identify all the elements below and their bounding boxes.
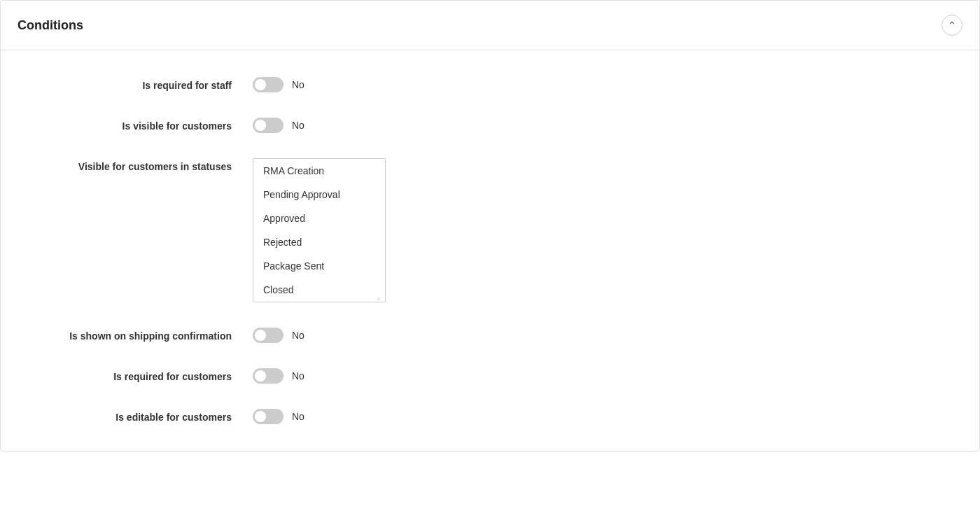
is-editable-for-customers-label: Is editable for customers bbox=[29, 409, 253, 423]
is-required-for-customers-value: No bbox=[292, 370, 304, 382]
is-visible-for-customers-label: Is visible for customers bbox=[29, 118, 253, 132]
is-required-for-staff-value: No bbox=[292, 79, 304, 90]
listbox-resize-handle: ⌟ bbox=[377, 293, 384, 300]
toggle-slider-4 bbox=[253, 368, 284, 384]
is-required-for-customers-row: Is required for customers No bbox=[1, 356, 979, 396]
is-editable-for-customers-control: No bbox=[253, 409, 304, 424]
visible-for-customers-in-statuses-label: Visible for customers in statuses bbox=[29, 158, 253, 172]
status-option-closed[interactable]: Closed bbox=[253, 278, 385, 302]
is-visible-for-customers-control: No bbox=[253, 118, 304, 133]
collapse-button[interactable]: ⌃ bbox=[941, 15, 962, 36]
is-required-for-customers-label: Is required for customers bbox=[29, 368, 253, 382]
is-shown-on-shipping-confirmation-value: No bbox=[292, 330, 304, 341]
status-listbox[interactable]: RMA Creation Pending Approval Approved R… bbox=[253, 159, 385, 302]
is-required-for-staff-control: No bbox=[253, 77, 304, 92]
is-editable-for-customers-row: Is editable for customers No bbox=[1, 396, 979, 437]
status-listbox-wrapper: RMA Creation Pending Approval Approved R… bbox=[253, 158, 386, 302]
toggle-slider bbox=[253, 77, 284, 92]
is-visible-for-customers-value: No bbox=[292, 120, 304, 131]
is-shown-on-shipping-confirmation-label: Is shown on shipping confirmation bbox=[29, 328, 253, 342]
status-option-pending-approval[interactable]: Pending Approval bbox=[253, 183, 385, 206]
is-visible-for-customers-row: Is visible for customers No bbox=[1, 105, 979, 146]
status-option-rejected[interactable]: Rejected bbox=[253, 230, 385, 254]
is-required-for-staff-row: Is required for staff No bbox=[1, 64, 979, 105]
status-option-package-sent[interactable]: Package Sent bbox=[253, 254, 385, 278]
panel-body: Is required for staff No Is visible for … bbox=[1, 50, 979, 451]
panel-title: Conditions bbox=[18, 18, 83, 33]
is-shown-on-shipping-confirmation-toggle[interactable] bbox=[253, 328, 284, 343]
is-required-for-staff-toggle[interactable] bbox=[253, 77, 284, 92]
is-required-for-customers-control: No bbox=[253, 368, 304, 384]
is-editable-for-customers-toggle[interactable] bbox=[253, 409, 284, 424]
status-option-rma-creation[interactable]: RMA Creation bbox=[253, 159, 385, 183]
toggle-slider-2 bbox=[253, 118, 284, 133]
panel-header: Conditions ⌃ bbox=[1, 1, 979, 50]
toggle-slider-3 bbox=[253, 328, 284, 343]
status-option-approved[interactable]: Approved bbox=[253, 206, 385, 230]
is-shown-on-shipping-confirmation-control: No bbox=[253, 328, 304, 343]
visible-for-customers-in-statuses-control: RMA Creation Pending Approval Approved R… bbox=[253, 158, 386, 302]
is-required-for-staff-label: Is required for staff bbox=[29, 77, 253, 91]
is-visible-for-customers-toggle[interactable] bbox=[253, 118, 284, 133]
is-required-for-customers-toggle[interactable] bbox=[253, 368, 284, 384]
chevron-up-icon: ⌃ bbox=[948, 20, 956, 31]
is-editable-for-customers-value: No bbox=[292, 411, 304, 422]
toggle-slider-5 bbox=[253, 409, 284, 424]
is-shown-on-shipping-confirmation-row: Is shown on shipping confirmation No bbox=[1, 315, 979, 356]
conditions-panel: Conditions ⌃ Is required for staff No Is… bbox=[0, 0, 980, 451]
visible-for-customers-in-statuses-row: Visible for customers in statuses RMA Cr… bbox=[1, 146, 979, 315]
